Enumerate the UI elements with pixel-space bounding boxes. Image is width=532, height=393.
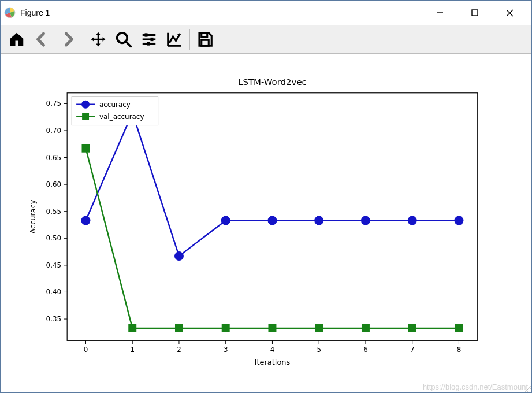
zoom-button[interactable] xyxy=(111,27,136,52)
y-tick-label: 0.60 xyxy=(46,180,62,188)
series-marker xyxy=(362,324,370,332)
x-tick-label: 3 xyxy=(224,346,228,354)
series-marker xyxy=(315,324,323,332)
svg-line-39 xyxy=(530,391,531,392)
y-axis-label: Accuracy xyxy=(28,199,37,233)
svg-rect-36 xyxy=(82,113,89,120)
save-button[interactable] xyxy=(192,27,218,52)
y-tick-label: 0.70 xyxy=(46,127,62,135)
series-marker xyxy=(454,216,463,225)
series-marker xyxy=(455,324,463,332)
configure-subplots-button[interactable] xyxy=(136,27,162,52)
forward-button[interactable] xyxy=(55,27,80,52)
y-tick-label: 0.35 xyxy=(46,315,62,323)
series-line xyxy=(85,149,459,328)
series-line xyxy=(85,113,459,256)
svg-rect-8 xyxy=(145,33,148,36)
chart-area: LSTM-Word2vec012345678Iterations0.350.40… xyxy=(1,54,531,392)
series-marker xyxy=(221,216,230,225)
legend-label: val_accuracy xyxy=(99,113,144,121)
chart-svg: LSTM-Word2vec012345678Iterations0.350.40… xyxy=(1,54,531,392)
series-marker xyxy=(175,324,183,332)
close-button[interactable] xyxy=(492,1,527,25)
y-tick-label: 0.50 xyxy=(46,234,62,242)
x-tick-label: 5 xyxy=(317,346,321,354)
y-tick-label: 0.75 xyxy=(46,99,62,107)
series-marker xyxy=(81,144,90,153)
x-axis-label: Iterations xyxy=(255,358,291,366)
svg-rect-10 xyxy=(151,38,154,41)
window-title: Figure 1 xyxy=(20,8,50,17)
series-marker xyxy=(268,324,276,332)
y-tick-label: 0.55 xyxy=(46,207,62,216)
home-button[interactable] xyxy=(4,27,29,52)
svg-line-6 xyxy=(126,42,131,47)
svg-rect-13 xyxy=(202,33,207,38)
watermark: https://blog.csdn.net/Eastmount xyxy=(423,383,528,391)
x-tick-label: 1 xyxy=(130,346,135,354)
maximize-button[interactable] xyxy=(457,1,492,25)
legend-label: accuracy xyxy=(99,101,131,109)
y-tick-label: 0.40 xyxy=(46,288,62,296)
series-marker xyxy=(314,216,323,225)
series-marker xyxy=(408,324,416,332)
x-tick-label: 0 xyxy=(84,346,88,354)
series-marker xyxy=(81,216,91,225)
svg-rect-12 xyxy=(147,42,150,45)
toolbar-separator xyxy=(83,29,83,50)
x-tick-label: 7 xyxy=(410,346,415,354)
resize-grip-icon[interactable] xyxy=(523,384,531,392)
x-tick-label: 2 xyxy=(177,346,181,354)
y-tick-label: 0.45 xyxy=(46,261,62,269)
app-icon xyxy=(4,7,16,18)
series-marker xyxy=(128,324,136,332)
svg-rect-14 xyxy=(202,40,209,46)
toolbar-separator xyxy=(189,29,190,50)
series-marker xyxy=(361,216,370,225)
minimize-button[interactable] xyxy=(423,1,457,25)
x-tick-label: 8 xyxy=(457,346,462,354)
back-button[interactable] xyxy=(29,27,55,52)
pan-button[interactable] xyxy=(85,27,111,52)
x-tick-label: 6 xyxy=(363,346,368,354)
x-tick-label: 4 xyxy=(270,346,275,354)
svg-point-34 xyxy=(81,101,90,109)
series-marker xyxy=(222,324,230,332)
y-tick-label: 0.65 xyxy=(46,154,62,162)
toolbar xyxy=(1,25,531,54)
series-marker xyxy=(174,251,184,261)
svg-rect-2 xyxy=(472,10,478,16)
edit-axis-button[interactable] xyxy=(162,27,187,52)
series-marker xyxy=(408,216,417,225)
window-titlebar: Figure 1 xyxy=(1,1,531,25)
chart-title: LSTM-Word2vec xyxy=(238,77,307,87)
series-marker xyxy=(267,216,277,225)
